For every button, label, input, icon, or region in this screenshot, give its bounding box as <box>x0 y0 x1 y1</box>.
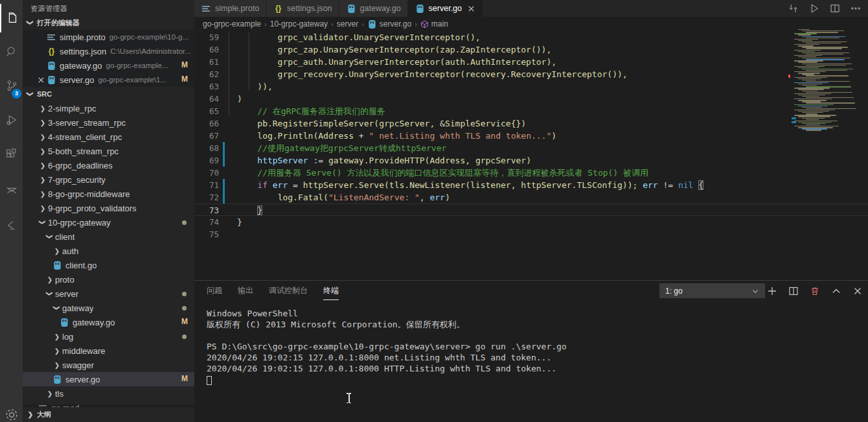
line-number: 68 <box>194 142 219 154</box>
minimap-line <box>794 121 838 121</box>
tree-folder-middleware[interactable]: ❯middleware <box>23 344 194 358</box>
settings-button[interactable] <box>3 406 20 422</box>
tab-gateway-go[interactable]: gateway.go <box>339 0 408 17</box>
open-editor-item[interactable]: server.gogo-grpc-example\1...M <box>23 73 194 87</box>
extensions-view-button[interactable] <box>0 140 23 169</box>
breadcrumb-separator: › <box>330 20 335 28</box>
panel-tab-终端[interactable]: 终端 <box>323 285 339 300</box>
tab-server-go[interactable]: server.go <box>408 0 483 17</box>
extensions-icon <box>5 147 19 161</box>
code-editor[interactable]: 59 grpc_validator.UnaryServerInterceptor… <box>194 31 868 280</box>
terminal-output[interactable]: Windows PowerShell版权所有 (C) 2013 Microsof… <box>207 308 854 418</box>
terminal-line: 版权所有 (C) 2013 Microsoft Corporation。保留所有… <box>207 319 854 330</box>
tree-file-client-go[interactable]: client.go <box>23 258 194 272</box>
extension-a-view-button[interactable] <box>0 176 23 205</box>
tree-file-server-go[interactable]: server.goM <box>23 372 194 386</box>
modified-badge: M <box>181 317 188 326</box>
tree-file-gateway-go[interactable]: gateway.goM <box>23 315 194 329</box>
minimap-line <box>794 93 831 94</box>
split-editor-icon[interactable] <box>829 3 841 14</box>
tree-folder-10-grpc-gateway[interactable]: ❯10-grpc-gateway <box>23 215 194 229</box>
chevron-down-icon: ❯ <box>25 18 36 28</box>
explorer-tree: ❯2-simple_rpc❯3-server_stream_rpc❯4-stre… <box>23 101 194 415</box>
empty-slot <box>36 32 46 42</box>
search-view-button[interactable] <box>0 38 23 66</box>
new-terminal-icon[interactable] <box>767 286 777 296</box>
close-panel-icon[interactable] <box>852 286 863 296</box>
run-icon[interactable] <box>808 3 820 14</box>
outline-section-header[interactable]: ❯ 大纲 <box>23 407 194 422</box>
empty-slot <box>36 46 46 56</box>
tree-folder-3-server-stream-rpc[interactable]: ❯3-server_stream_rpc <box>23 115 194 130</box>
breadcrumb-item[interactable]: server <box>337 19 358 29</box>
code-line-60: 60 grpc_zap.UnaryServerInterceptor(zap.Z… <box>194 43 868 56</box>
code-line-72: 72 log.Fatal("ListenAndServe: ", err) <box>194 191 868 204</box>
chevron-right-icon: ❯ <box>45 388 55 399</box>
extension-b-view-button[interactable] <box>0 211 23 240</box>
tree-item-label: middleware <box>62 346 105 356</box>
tree-folder-4-stream-client-rpc[interactable]: ❯4-stream_client_rpc <box>23 130 194 144</box>
kill-terminal-icon[interactable] <box>810 286 820 296</box>
breadcrumb-item[interactable]: server.go <box>367 19 411 29</box>
tree-folder-swagger[interactable]: ❯swagger <box>23 358 194 372</box>
source-control-view-button[interactable]: 3 <box>0 71 23 100</box>
minimap[interactable] <box>792 29 865 133</box>
explorer-sidebar: 资源管理器 ❯ 打开的编辑器 simple.protogo-grpc-examp… <box>23 0 194 422</box>
tree-folder-log[interactable]: ❯log <box>23 329 194 344</box>
minimap-line <box>798 89 824 89</box>
tree-folder-server[interactable]: ❯server <box>23 287 194 301</box>
close-icon[interactable] <box>37 76 45 84</box>
tree-folder-8-go-grpc-middleware[interactable]: ❯8-go-grpc-middleware <box>23 187 194 201</box>
code-line-62: 62 grpc_recovery.UnaryServerInterceptor(… <box>194 68 868 80</box>
code-text: if err = httpServer.Serve(tls.NewListene… <box>237 179 703 191</box>
breadcrumb-item[interactable]: main <box>420 19 448 29</box>
maximize-panel-icon[interactable] <box>831 286 841 296</box>
tree-folder-client[interactable]: ❯client <box>23 229 194 244</box>
tab-simple-proto[interactable]: simple.proto <box>194 0 266 17</box>
breadcrumb-item[interactable]: go-grpc-example <box>203 19 261 29</box>
go-file-icon <box>60 318 69 327</box>
open-editor-item[interactable]: {}settings.jsonC:\Users\Administrator... <box>23 44 194 58</box>
tree-folder-gateway[interactable]: ❯gateway <box>23 301 194 315</box>
minimap-line <box>798 34 811 35</box>
search-icon <box>5 45 19 59</box>
close-icon-slot[interactable] <box>36 75 46 85</box>
src-section-header[interactable]: ❯ SRC <box>23 87 194 101</box>
explorer-view-button[interactable] <box>0 4 23 32</box>
tree-folder-5-both-stream-rpc[interactable]: ❯5-both_stream_rpc <box>23 144 194 158</box>
open-editors-header[interactable]: ❯ 打开的编辑器 <box>23 16 194 30</box>
tree-folder-2-simple-rpc[interactable]: ❯2-simple_rpc <box>23 101 194 115</box>
minimap-line <box>802 118 825 119</box>
panel-tabs: 问题输出调试控制台终端 <box>207 285 339 300</box>
tab-close-button[interactable] <box>467 5 475 13</box>
tree-item-label: tls <box>55 389 63 399</box>
chevron-down-icon: ❯ <box>45 231 55 242</box>
editor-actions <box>788 0 868 17</box>
line-number: 69 <box>194 154 219 167</box>
close-icon[interactable] <box>467 5 475 13</box>
tree-folder-auth[interactable]: ❯auth <box>23 244 194 258</box>
tree-folder-tls[interactable]: ❯tls <box>23 386 194 401</box>
line-number: 75 <box>194 228 219 240</box>
split-terminal-icon[interactable] <box>788 286 799 296</box>
run-debug-view-button[interactable] <box>0 106 23 135</box>
tree-folder-proto[interactable]: ❯proto <box>23 272 194 287</box>
breadcrumb-item[interactable]: 10-grpc-gateway <box>270 19 328 29</box>
minimap-decoration <box>792 117 796 119</box>
tree-folder-6-grpc-deadlines[interactable]: ❯6-grpc_deadlines <box>23 158 194 172</box>
go-file-icon <box>415 4 425 14</box>
tree-folder-7-grpc-security[interactable]: ❯7-grpc_security <box>23 172 194 187</box>
panel-tab-输出[interactable]: 输出 <box>238 285 253 300</box>
tree-folder-9-grpc-proto-validators[interactable]: ❯9-grpc_proto_validators <box>23 201 194 215</box>
more-actions-icon[interactable] <box>850 3 862 14</box>
panel-tab-问题[interactable]: 问题 <box>207 285 222 300</box>
terminal-select[interactable]: 1: go <box>659 283 765 298</box>
go-file-icon <box>367 19 377 29</box>
code-line-66: 66 pb.RegisterSimpleServer(grpcServer, &… <box>194 117 868 130</box>
open-changes-icon[interactable] <box>788 3 799 14</box>
tree-item-label: client <box>55 232 74 242</box>
open-editor-item[interactable]: gateway.gogo-grpc-example...M <box>23 58 194 73</box>
tab-settings-json[interactable]: {}settings.json <box>266 0 339 17</box>
open-editor-item[interactable]: simple.protogo-grpc-example\10-g... <box>23 30 194 44</box>
panel-tab-调试控制台[interactable]: 调试控制台 <box>269 285 308 300</box>
